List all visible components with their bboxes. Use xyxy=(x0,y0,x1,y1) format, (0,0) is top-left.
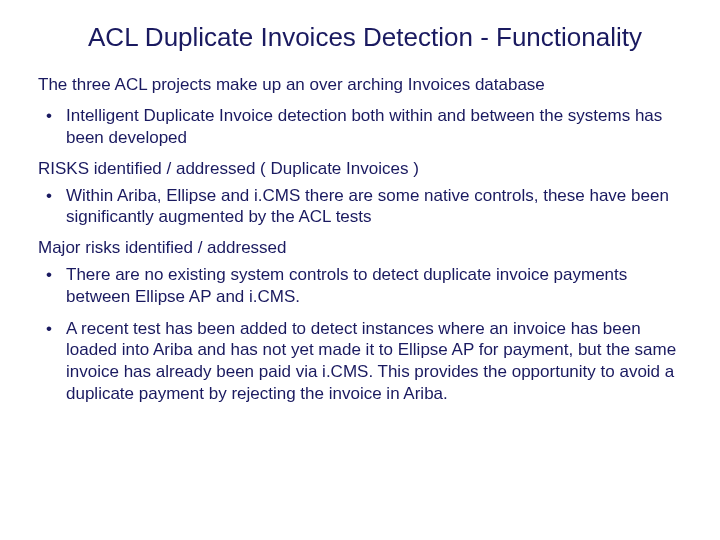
list-item: Intelligent Duplicate Invoice detection … xyxy=(38,105,682,149)
major-risks-heading: Major risks identified / addressed xyxy=(38,238,682,258)
intro-text: The three ACL projects make up an over a… xyxy=(38,75,682,95)
list-item: A recent test has been added to detect i… xyxy=(38,318,682,405)
list-item: Within Ariba, Ellipse and i.CMS there ar… xyxy=(38,185,682,229)
risks-bullets: Within Ariba, Ellipse and i.CMS there ar… xyxy=(38,185,682,229)
major-bullets: There are no existing system controls to… xyxy=(38,264,682,405)
risks-heading: RISKS identified / addressed ( Duplicate… xyxy=(38,159,682,179)
list-item: There are no existing system controls to… xyxy=(38,264,682,308)
intro-bullets: Intelligent Duplicate Invoice detection … xyxy=(38,105,682,149)
slide-title: ACL Duplicate Invoices Detection - Funct… xyxy=(48,22,682,53)
